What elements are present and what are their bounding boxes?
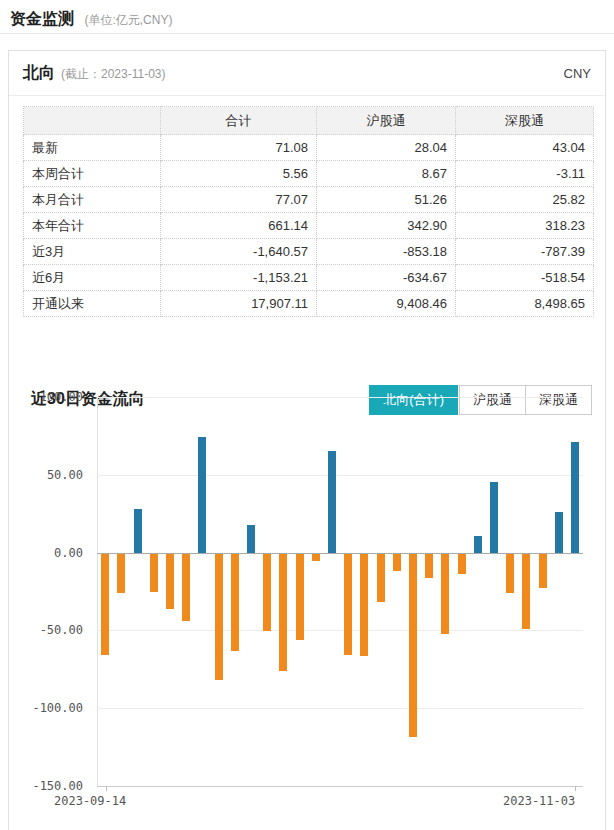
- bar-negative: [312, 554, 320, 562]
- table-header-row: 合计 沪股通 深股通: [24, 107, 594, 135]
- gridline: [97, 708, 583, 709]
- page-title-unit: (单位:亿元,CNY): [84, 13, 172, 27]
- x-axis-end-label: 2023-11-03: [503, 794, 575, 808]
- table-row: 本年合计661.14342.90318.23: [24, 213, 594, 239]
- y-axis-tick-label: -50.00: [9, 623, 83, 637]
- currency-label: CNY: [564, 66, 591, 81]
- gridline: [97, 630, 583, 631]
- row-label: 近6月: [24, 265, 161, 291]
- row-value: 342.90: [317, 213, 456, 239]
- bar-negative: [344, 554, 352, 656]
- bar-negative: [393, 554, 401, 572]
- row-value: -1,640.57: [161, 239, 317, 265]
- header-total: 合计: [161, 107, 317, 135]
- y-axis-tick-label: 100.00: [9, 390, 83, 404]
- row-value: -787.39: [456, 239, 594, 265]
- bar-negative: [263, 554, 271, 632]
- x-axis-tick-right: [575, 786, 576, 791]
- row-value: 17,907.11: [161, 291, 317, 317]
- bar-positive: [474, 536, 482, 553]
- bar-negative: [409, 554, 417, 738]
- bar-negative: [231, 554, 239, 652]
- bar-negative: [215, 554, 223, 681]
- bar-positive: [134, 509, 142, 552]
- x-axis-tick-left: [106, 786, 107, 791]
- row-label: 近3月: [24, 239, 161, 265]
- bar-negative: [506, 554, 514, 593]
- panel-header: 北向 (截止：2023-11-03) CNY: [9, 51, 605, 96]
- row-value: -3.11: [456, 161, 594, 187]
- row-value: 71.08: [161, 135, 317, 161]
- row-value: 77.07: [161, 187, 317, 213]
- table-row: 近6月-1,153.21-634.67-518.54: [24, 265, 594, 291]
- bar-negative: [101, 554, 109, 656]
- gridline: [97, 397, 583, 398]
- bar-positive: [247, 525, 255, 552]
- panel-title: 北向: [23, 63, 55, 84]
- row-label: 本年合计: [24, 213, 161, 239]
- row-value: -518.54: [456, 265, 594, 291]
- row-label: 本周合计: [24, 161, 161, 187]
- bar-negative: [182, 554, 190, 621]
- plot-area: [97, 397, 583, 786]
- bar-negative: [150, 554, 158, 592]
- row-value: 5.56: [161, 161, 317, 187]
- y-axis-tick-label: -150.00: [9, 779, 83, 793]
- page-header: 资金监测 (单位:亿元,CNY): [0, 0, 614, 34]
- header-empty: [24, 107, 161, 135]
- bar-negative: [425, 554, 433, 579]
- header-shanghai-connect: 沪股通: [317, 107, 456, 135]
- northbound-panel: 北向 (截止：2023-11-03) CNY 合计 沪股通 深股通 最新71.0…: [8, 50, 606, 830]
- row-value: 25.82: [456, 187, 594, 213]
- header-shenzhen-connect: 深股通: [456, 107, 594, 135]
- bar-negative: [539, 554, 547, 588]
- row-value: 318.23: [456, 213, 594, 239]
- table-body: 最新71.0828.0443.04本周合计5.568.67-3.11本月合计77…: [24, 135, 594, 317]
- row-value: -634.67: [317, 265, 456, 291]
- bar-negative: [458, 554, 466, 574]
- bar-negative: [360, 554, 368, 657]
- row-value: 9,408.46: [317, 291, 456, 317]
- table-row: 最新71.0828.0443.04: [24, 135, 594, 161]
- row-value: 28.04: [317, 135, 456, 161]
- row-value: -1,153.21: [161, 265, 317, 291]
- x-axis-start-label: 2023-09-14: [54, 794, 126, 808]
- y-axis-tick-label: 50.00: [9, 468, 83, 482]
- fund-flow-table: 合计 沪股通 深股通 最新71.0828.0443.04本周合计5.568.67…: [23, 106, 594, 317]
- table-row: 开通以来17,907.119,408.468,498.65: [24, 291, 594, 317]
- bar-negative: [296, 554, 304, 641]
- row-label: 开通以来: [24, 291, 161, 317]
- bar-negative: [441, 554, 449, 635]
- row-value: 8,498.65: [456, 291, 594, 317]
- table-row: 本月合计77.0751.2625.82: [24, 187, 594, 213]
- flow-bar-chart: Win.d 2023-09-14 2023-11-03 100.0050.000…: [9, 376, 605, 830]
- bar-positive: [571, 442, 579, 553]
- bar-positive: [198, 437, 206, 553]
- gridline: [97, 786, 583, 787]
- row-value: 661.14: [161, 213, 317, 239]
- bar-positive: [328, 451, 336, 553]
- row-value: 43.04: [456, 135, 594, 161]
- bar-negative: [522, 554, 530, 630]
- panel-cutoff-date: (截止：2023-11-03): [61, 66, 165, 83]
- gridline: [97, 475, 583, 476]
- bar-negative: [279, 554, 287, 672]
- y-axis-tick-label: -100.00: [9, 701, 83, 715]
- bar-positive: [555, 512, 563, 553]
- bar-negative: [117, 554, 125, 594]
- row-label: 最新: [24, 135, 161, 161]
- bar-positive: [490, 482, 498, 553]
- bar-negative: [166, 554, 174, 610]
- row-value: -853.18: [317, 239, 456, 265]
- row-label: 本月合计: [24, 187, 161, 213]
- row-value: 51.26: [317, 187, 456, 213]
- page-title: 资金监测: [10, 9, 74, 30]
- bar-negative: [377, 554, 385, 602]
- table-row: 近3月-1,640.57-853.18-787.39: [24, 239, 594, 265]
- table-row: 本周合计5.568.67-3.11: [24, 161, 594, 187]
- row-value: 8.67: [317, 161, 456, 187]
- y-axis-tick-label: 0.00: [9, 546, 83, 560]
